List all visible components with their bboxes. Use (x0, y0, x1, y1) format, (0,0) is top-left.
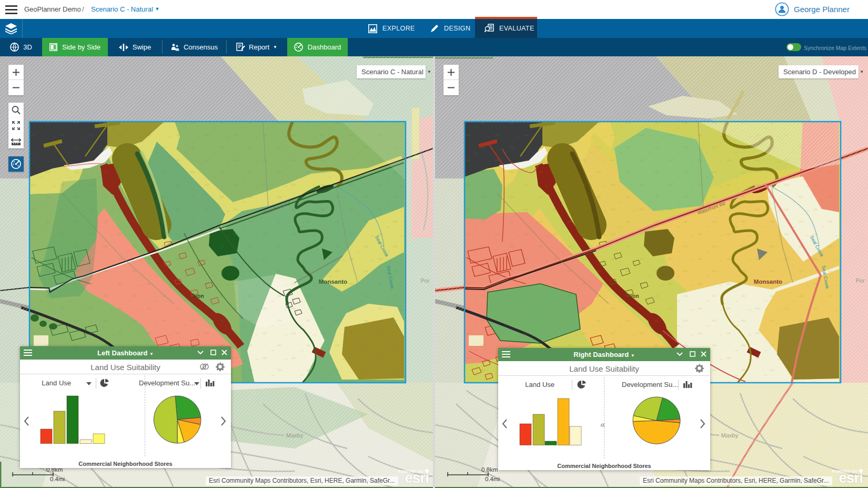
svg-text:Maxby: Maxby (721, 432, 739, 439)
svg-text:0.8km: 0.8km (481, 466, 498, 473)
svg-text:Ivon: Ivon (628, 293, 639, 299)
svg-text:Por: Por (420, 277, 429, 284)
svg-text:Por: Por (855, 277, 864, 284)
svg-text:0.4mi: 0.4mi (485, 476, 500, 482)
svg-text:Ivon: Ivon (193, 293, 204, 299)
svg-text:0.4mi: 0.4mi (50, 476, 65, 482)
svg-text:Maxby: Maxby (286, 432, 304, 439)
svg-text:Monsanto: Monsanto (754, 278, 782, 285)
svg-text:Monsanto: Monsanto (319, 278, 347, 285)
